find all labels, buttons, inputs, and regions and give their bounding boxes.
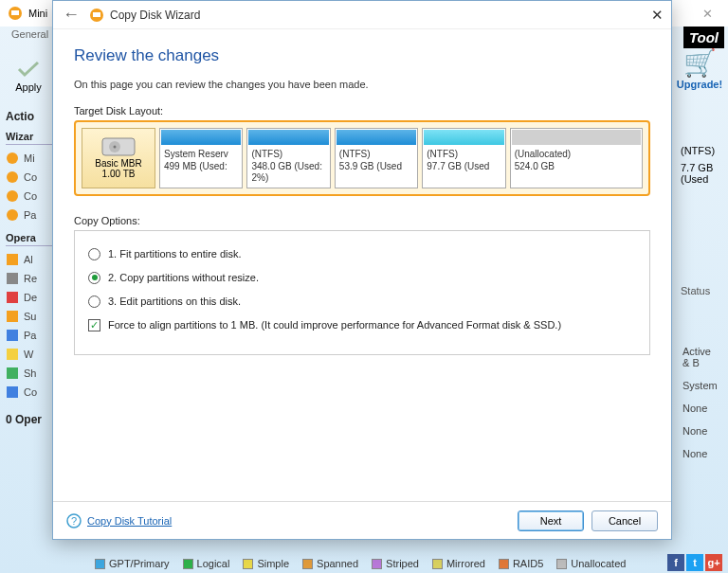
check-icon [17, 61, 40, 78]
svg-point-5 [7, 209, 18, 221]
copy-options-group: 1. Fit partitions to entire disk.2. Copy… [74, 230, 650, 355]
partition-bar [337, 130, 416, 145]
legend: GPT/PrimaryLogicalSimpleSpannedStripedMi… [95, 558, 633, 569]
copy-disk-wizard-dialog: ← Copy Disk Wizard ✕ Review the changes … [52, 0, 672, 540]
svg-rect-6 [7, 254, 18, 265]
section-actions: Actio [6, 110, 53, 123]
sidebar-op-item[interactable]: De [4, 288, 53, 307]
section-operations: Opera [6, 232, 53, 246]
svg-rect-10 [7, 330, 18, 341]
sidebar-op-item[interactable]: W [4, 345, 53, 364]
sidebar-op-item[interactable]: Al [4, 250, 53, 269]
legend-swatch [183, 559, 193, 569]
svg-rect-11 [7, 349, 18, 360]
partition-box[interactable]: (NTFS)348.0 GB (Used: 2%) [246, 128, 330, 188]
right-status-row: None [681, 420, 722, 442]
disk-layout[interactable]: Basic MBR 1.00 TB System Reserv499 MB (U… [74, 120, 650, 196]
radio-icon [88, 295, 100, 308]
hdd-icon [101, 137, 136, 156]
align-checkbox-row[interactable]: ✓ Force to align partitions to 1 MB. (It… [88, 313, 636, 337]
partition-bar [161, 130, 241, 145]
close-window-button[interactable]: ✕ [686, 0, 728, 27]
sidebar-op-item[interactable]: Sh [4, 364, 53, 383]
svg-rect-9 [7, 311, 18, 322]
next-button[interactable]: Next [518, 510, 584, 531]
sidebar-op-item[interactable]: Pa [4, 326, 53, 345]
help-link[interactable]: ? Copy Disk Tutorial [66, 513, 172, 528]
legend-swatch [432, 559, 443, 569]
legend-item: Logical [183, 558, 230, 569]
sidebar-op-item[interactable]: Re [4, 269, 53, 288]
cancel-button[interactable]: Cancel [592, 510, 658, 531]
svg-rect-12 [7, 367, 18, 379]
legend-item: Unallocated [556, 558, 626, 569]
legend-swatch [95, 559, 105, 569]
partition-box[interactable]: (Unallocated)524.0 GB [510, 128, 643, 188]
partition-box[interactable]: System Reserv499 MB (Used: [159, 128, 243, 188]
radio-icon [88, 248, 100, 260]
section-wizards: Wizar [6, 131, 53, 145]
op-item-icon [6, 329, 19, 342]
right-status-row: None [681, 397, 722, 420]
close-icon[interactable]: ✕ [651, 7, 664, 24]
legend-swatch [302, 559, 313, 569]
copy-option-radio[interactable]: 3. Edit partitions on this disk. [88, 290, 636, 313]
partition-box[interactable]: (NTFS)53.9 GB (Used [335, 128, 418, 188]
op-item-icon [6, 291, 19, 304]
svg-rect-15 [93, 12, 100, 17]
svg-rect-7 [7, 273, 18, 284]
disk-icon-box: Basic MBR 1.00 TB [82, 128, 155, 188]
svg-text:?: ? [71, 515, 77, 527]
app-icon [8, 6, 23, 21]
legend-item: RAID5 [499, 558, 543, 569]
right-partition-label: (NTFS) [679, 142, 724, 159]
app-title: Mini [28, 8, 47, 19]
copy-option-radio[interactable]: 1. Fit partitions to entire disk. [88, 242, 636, 266]
wizard-item-icon [6, 170, 19, 184]
legend-swatch [372, 559, 382, 569]
back-button[interactable]: ← [63, 5, 80, 25]
legend-item: GPT/Primary [95, 558, 170, 569]
wizard-item-icon [6, 208, 19, 222]
legend-swatch [499, 559, 509, 569]
sidebar-op-item[interactable]: Co [4, 383, 53, 402]
wizard-item-icon [6, 152, 19, 165]
partition-box[interactable]: (NTFS)97.7 GB (Used [422, 128, 505, 188]
radio-icon [88, 272, 100, 284]
sidebar-wizard-item[interactable]: Co [4, 168, 53, 187]
svg-rect-8 [7, 292, 18, 303]
help-icon: ? [66, 513, 82, 528]
twitter-icon[interactable]: t [686, 554, 703, 571]
right-status-row: None [681, 442, 722, 465]
sidebar-wizard-item[interactable]: Mi [4, 149, 53, 168]
right-partition-size: 7.7 GB (Used [679, 159, 724, 188]
sidebar-op-item[interactable]: Su [4, 307, 53, 326]
target-disk-label: Target Disk Layout: [74, 105, 650, 116]
upgrade-button[interactable]: 🛒 Upgrade! [675, 47, 724, 90]
pending-operations: 0 Oper [6, 413, 53, 426]
legend-item: Simple [243, 558, 289, 569]
right-status-row: Active & B [681, 340, 722, 374]
svg-point-3 [7, 171, 18, 183]
apply-button[interactable]: Apply [4, 51, 53, 102]
sidebar-wizard-item[interactable]: Co [4, 187, 53, 206]
copy-option-radio[interactable]: 2. Copy partitions without resize. [88, 266, 636, 290]
partition-bar [424, 130, 503, 145]
op-item-icon [6, 385, 19, 399]
page-heading: Review the changes [74, 46, 650, 65]
op-item-icon [6, 348, 19, 361]
googleplus-icon[interactable]: g+ [705, 554, 722, 571]
page-subtext: On this page you can review the changes … [74, 79, 650, 90]
partition-bar [512, 130, 641, 145]
svg-rect-13 [7, 386, 18, 398]
facebook-icon[interactable]: f [667, 554, 684, 571]
wizard-icon [89, 8, 104, 23]
legend-swatch [556, 559, 567, 569]
cart-icon: 🛒 [675, 47, 724, 79]
wizard-item-icon [6, 189, 19, 203]
right-status-row: System [681, 374, 722, 397]
sidebar-wizard-item[interactable]: Pa [4, 206, 53, 224]
svg-point-18 [114, 145, 117, 148]
brand-logo: Tool [683, 27, 724, 48]
tab-general[interactable]: General [11, 28, 48, 40]
